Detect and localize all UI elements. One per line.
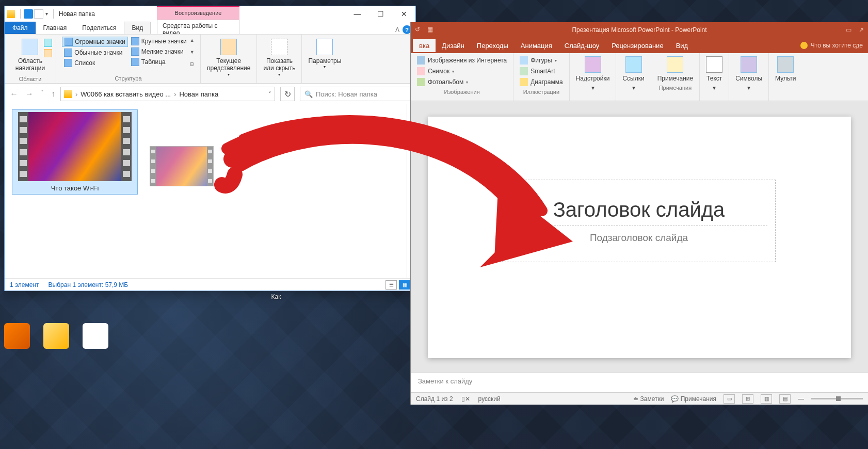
shapes-button[interactable]: Фигуры▾ <box>518 55 565 66</box>
details-pane-icon[interactable] <box>44 49 52 57</box>
chart-button[interactable]: Диаграмма <box>518 77 565 87</box>
slideshow-button[interactable]: ▤ <box>779 394 791 404</box>
photo-album-button[interactable]: Фотоальбом▾ <box>415 77 509 87</box>
text-icon <box>706 56 722 73</box>
details-view-toggle[interactable]: ☰ <box>385 280 397 290</box>
slide-sorter-button[interactable]: ⊞ <box>742 394 753 404</box>
maximize-button[interactable]: ☐ <box>369 6 392 21</box>
tab-animation[interactable]: Анимация <box>515 39 558 52</box>
close-button[interactable]: ✕ <box>392 6 415 21</box>
slide-canvas[interactable]: Заголовок слайда Подзаголовок слайда <box>428 117 851 358</box>
refresh-button[interactable]: ↻ <box>280 87 295 101</box>
explorer-window: ▾ Новая папка — ☐ ✕ Файл Главная Поделит… <box>4 6 416 291</box>
media-button[interactable]: Мульти <box>773 55 798 83</box>
share-icon[interactable]: ↗ <box>859 26 864 34</box>
breadcrumb-bar[interactable]: › W0066 как вставить видео ... › Новая п… <box>60 87 275 101</box>
autosave-icon[interactable]: ↺ <box>415 26 423 34</box>
folder-icon <box>64 90 72 98</box>
explorer-address-bar: ← → ˅ ↑ › W0066 как вставить видео ... ›… <box>5 84 415 104</box>
slide-title-text[interactable]: Заголовок слайда <box>553 198 725 221</box>
slide-indicator[interactable]: Слайд 1 из 2 <box>416 395 453 403</box>
address-dropdown-icon[interactable]: ˅ <box>268 91 271 98</box>
preview-pane-icon[interactable] <box>44 39 52 47</box>
desktop-icon[interactable] <box>83 323 108 349</box>
video-tools-context-tab[interactable]: Воспроизведение Средства работы с видео <box>157 6 239 34</box>
tab-insert[interactable]: вка <box>413 39 436 52</box>
window-title: Новая папка <box>59 10 95 18</box>
layout-huge-icons[interactable]: Огромные значки <box>62 37 127 47</box>
addins-icon <box>585 56 601 73</box>
online-pictures-button[interactable]: Изображения из Интернета <box>415 55 509 66</box>
reading-view-button[interactable]: ▥ <box>761 394 772 404</box>
qat-dropdown-icon[interactable]: ▾ <box>45 11 48 17</box>
layout-list[interactable]: Список <box>62 58 127 68</box>
breadcrumb-part[interactable]: Новая папка <box>179 90 218 98</box>
notes-toggle[interactable]: ≐ Заметки <box>633 395 664 403</box>
file-item-video[interactable]: Что такое Wi-Fi <box>12 109 138 195</box>
comment-icon <box>667 56 683 73</box>
desktop-icon[interactable] <box>43 323 69 349</box>
desktop-icon[interactable] <box>4 323 30 349</box>
layout-scroll-down-icon[interactable]: ▼ <box>190 50 195 55</box>
show-hide-button[interactable]: Показать или скрыть▾ <box>260 37 298 79</box>
breadcrumb-separator-icon[interactable]: › <box>174 90 176 98</box>
quickaccess-icon[interactable]: ▦ <box>427 26 436 34</box>
lightbulb-icon <box>800 42 808 49</box>
explorer-content[interactable]: Что такое Wi-Fi <box>5 104 407 278</box>
ppt-ribbon: Изображения из Интернета Снимок▾ Фотоаль… <box>411 53 868 101</box>
small-icons-icon <box>131 47 139 56</box>
navigation-pane-button[interactable]: Область навигации <box>12 37 48 74</box>
layout-table[interactable]: Таблица <box>129 57 189 67</box>
text-button[interactable]: Текст▾ <box>704 55 725 93</box>
ppt-ribbon-tabs: вка Дизайн Переходы Анимация Слайд-шоу Р… <box>411 38 868 53</box>
screenshot-button[interactable]: Снимок▾ <box>415 66 509 76</box>
tab-view[interactable]: Вид <box>670 39 695 52</box>
layout-large-icons[interactable]: Крупные значки <box>129 37 189 46</box>
symbols-button[interactable]: Символы▾ <box>733 55 764 93</box>
ppt-titlebar[interactable]: ↺ ▦ Презентация Microsoft PowerPoint - P… <box>411 22 868 38</box>
up-button[interactable]: ↑ <box>51 89 55 99</box>
notes-pane[interactable]: Заметки к слайду <box>411 373 868 392</box>
breadcrumb-separator-icon[interactable]: › <box>75 90 77 98</box>
layout-scroll-up-icon[interactable]: ▲ <box>190 38 195 43</box>
tab-view[interactable]: Вид <box>124 22 151 34</box>
addins-button[interactable]: Надстройки▾ <box>574 55 612 93</box>
search-input[interactable]: 🔍 Поиск: Новая папка <box>300 87 410 101</box>
show-hide-icon <box>271 39 287 55</box>
tab-transitions[interactable]: Переходы <box>471 39 515 52</box>
tab-share[interactable]: Поделиться <box>74 22 124 34</box>
back-button[interactable]: ← <box>10 89 18 99</box>
zoom-slider[interactable] <box>811 398 863 399</box>
slide-subtitle-text[interactable]: Подзаголовок слайда <box>590 232 688 244</box>
ribbon-display-options-icon[interactable]: ▭ <box>846 26 851 34</box>
tab-file[interactable]: Файл <box>5 22 36 34</box>
quick-access-toolbar[interactable] <box>24 9 43 19</box>
thumbnails-view-toggle[interactable]: ▦ <box>399 280 410 290</box>
properties-icon[interactable] <box>24 9 33 19</box>
new-folder-icon[interactable] <box>34 9 43 19</box>
language-indicator[interactable]: русский <box>478 395 501 403</box>
layout-regular-icons[interactable]: Обычные значки <box>62 48 127 57</box>
tab-review[interactable]: Рецензирование <box>605 39 669 52</box>
breadcrumb-part[interactable]: W0066 как вставить видео ... <box>81 90 171 98</box>
comment-button[interactable]: Примечание <box>655 55 695 83</box>
normal-view-button[interactable]: ▭ <box>724 394 735 404</box>
collapse-ribbon-icon[interactable]: ᐱ <box>395 26 399 34</box>
layout-small-icons[interactable]: Мелкие значки <box>129 47 189 56</box>
options-button[interactable]: Параметры▾ <box>305 37 344 72</box>
layout-more-icon[interactable]: ⊟ <box>190 61 195 67</box>
minimize-button[interactable]: — <box>346 6 369 21</box>
forward-button[interactable]: → <box>25 89 34 99</box>
comments-toggle[interactable]: 💬 Примечания <box>671 395 716 403</box>
links-button[interactable]: Ссылки▾ <box>620 55 646 93</box>
history-dropdown-icon[interactable]: ˅ <box>41 89 44 99</box>
tab-home[interactable]: Главная <box>36 22 75 34</box>
current-view-button[interactable]: Текущее представление▾ <box>204 37 253 79</box>
tab-design[interactable]: Дизайн <box>436 39 471 52</box>
spellcheck-icon[interactable]: ▯✕ <box>461 395 470 403</box>
tell-me-search[interactable]: Что вы хотите сде <box>800 42 868 49</box>
tab-slideshow[interactable]: Слайд-шоу <box>558 39 605 52</box>
title-placeholder[interactable]: Заголовок слайда Подзаголовок слайда <box>502 180 776 262</box>
powerpoint-window: ↺ ▦ Презентация Microsoft PowerPoint - P… <box>410 22 868 405</box>
smartart-button[interactable]: SmartArt <box>518 66 565 76</box>
